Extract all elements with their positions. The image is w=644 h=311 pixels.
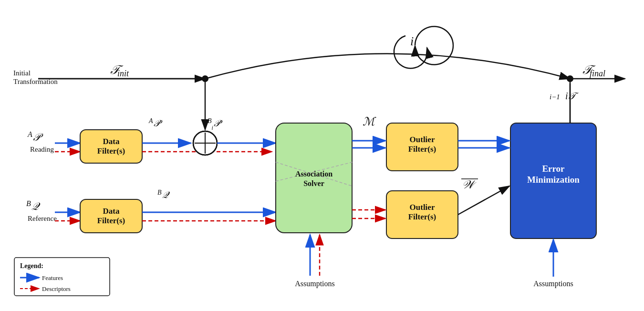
association-solver-box: [276, 123, 352, 233]
data-filter-reference-text2: Filter(s): [97, 216, 125, 225]
outlier-filter-bottom-text1: Outlier: [410, 203, 435, 212]
data-filter-reference-text1: Data: [103, 207, 120, 216]
outlier-filter-top-text1: Outlier: [410, 135, 435, 144]
b-q-prime-label: B𝒬′: [157, 189, 170, 200]
b-q-label: B𝒬: [26, 199, 41, 213]
main-diagram: 𝒯init Initial Transformation i 𝒯final i−…: [0, 0, 644, 311]
reference-label: Reference: [28, 215, 57, 222]
assumptions-center-label: Assumptions: [295, 280, 335, 288]
t-init-label: 𝒯init: [110, 63, 129, 78]
i-label: i: [410, 34, 414, 48]
M-label: ℳ: [363, 115, 376, 128]
error-min-text2: Minimization: [527, 175, 580, 185]
assumptions-right-label: Assumptions: [533, 280, 573, 288]
assoc-solver-text1: Association: [295, 170, 332, 178]
diagram-container: 𝒯init Initial Transformation i 𝒯final i−…: [0, 0, 644, 311]
outlier-filter-top-text2: Filter(s): [408, 145, 436, 154]
i-minus-1-label: i−1: [550, 93, 560, 101]
a-p-prime-label: A𝒫′: [148, 117, 163, 129]
iteration-circle: [415, 27, 453, 65]
error-min-text1: Error: [542, 164, 565, 174]
legend-descriptors-label: Descriptors: [42, 285, 71, 292]
assoc-solver-text2: Solver: [303, 179, 324, 187]
W-label: 𝒲: [462, 178, 477, 191]
initial-transformation-label: Initial: [13, 69, 31, 77]
a-p-label: A𝒫: [27, 130, 43, 144]
data-filter-reading-text1: Data: [103, 137, 120, 146]
iT-label: i𝒯: [565, 91, 579, 101]
bi-p-prime-label: Bi𝒫′: [208, 117, 223, 132]
outlier-filter-bottom-text2: Filter(s): [408, 212, 436, 221]
legend-features-label: Features: [42, 274, 63, 281]
legend-title: Legend:: [20, 262, 43, 270]
reading-label: Reading: [30, 145, 54, 153]
data-filter-reading-text2: Filter(s): [97, 146, 125, 156]
arc-top: [205, 54, 570, 79]
t-final-label: 𝒯final: [582, 63, 605, 78]
